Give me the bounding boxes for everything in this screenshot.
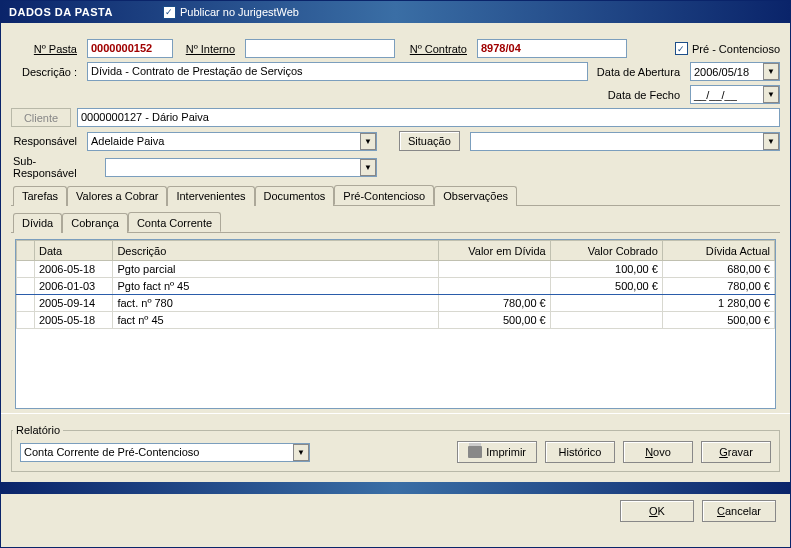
pre-contencioso-label: Pré - Contencioso [692, 43, 780, 55]
data-fecho-value: __/__/__ [694, 89, 737, 101]
situacao-button[interactable]: Situação [399, 131, 460, 151]
cliente-input[interactable]: 0000000127 - Dário Paiva [77, 108, 780, 127]
n-contrato-input[interactable]: 8978/04 [477, 39, 627, 58]
historico-button[interactable]: Histórico [545, 441, 615, 463]
data-abertura-label: Data de Abertura [594, 66, 684, 78]
responsavel-label: Responsável [11, 135, 81, 147]
novo-button[interactable]: Novo [623, 441, 693, 463]
subtab-cobran-a[interactable]: Cobrança [62, 213, 128, 233]
chevron-down-icon[interactable]: ▼ [763, 86, 779, 103]
n-pasta-label: Nº Pasta [11, 43, 81, 55]
tab-intervenientes[interactable]: Intervenientes [167, 186, 254, 206]
table-row[interactable]: 2005-09-14fact. nº 780780,00 €1 280,00 € [17, 295, 775, 312]
data-fecho-label: Data de Fecho [594, 89, 684, 101]
data-abertura-input[interactable]: 2006/05/18 ▼ [690, 62, 780, 81]
footer: OK Cancelar [1, 494, 790, 530]
sub-tabs: DívidaCobrançaConta Corrente [11, 212, 780, 233]
check-icon: ✓ [163, 6, 176, 19]
descricao-label: Descrição : [11, 66, 81, 78]
responsavel-value: Adelaide Paiva [91, 135, 164, 147]
separator-bar [1, 482, 790, 494]
subtab-conta-corrente[interactable]: Conta Corrente [128, 212, 221, 232]
window-title: DADOS DA PASTA [9, 6, 113, 18]
table-row[interactable]: 2006-05-18Pgto parcial100,00 €680,00 € [17, 261, 775, 278]
data-abertura-value: 2006/05/18 [694, 66, 749, 78]
tab-pr-contencioso[interactable]: Pré-Contencioso [334, 185, 434, 205]
conta-corrente-table: DataDescriçãoValor em DívidaValor Cobrad… [15, 239, 776, 409]
cancelar-button[interactable]: Cancelar [702, 500, 776, 522]
relatorio-select[interactable]: Conta Corrente de Pré-Contencioso ▼ [20, 443, 310, 462]
gravar-button[interactable]: Gravar [701, 441, 771, 463]
col-descri-o[interactable]: Descrição [113, 241, 438, 261]
tab-valores-a-cobrar[interactable]: Valores a Cobrar [67, 186, 167, 206]
col-data[interactable]: Data [34, 241, 112, 261]
imprimir-button[interactable]: Imprimir [457, 441, 537, 463]
sub-responsavel-select[interactable]: ▼ [105, 158, 377, 177]
n-contrato-label: Nº Contrato [401, 43, 471, 55]
relatorio-label: Relatório [13, 424, 63, 436]
tab-tarefas[interactable]: Tarefas [13, 186, 67, 206]
n-interno-input[interactable] [245, 39, 395, 58]
descricao-input[interactable]: Dívida - Contrato de Prestação de Serviç… [87, 62, 588, 81]
dados-pasta-window: DADOS DA PASTA ✓ Publicar no JurigestWeb… [0, 0, 791, 548]
chevron-down-icon[interactable]: ▼ [763, 63, 779, 80]
subtab-d-vida[interactable]: Dívida [13, 213, 62, 233]
col-d-vida-actual[interactable]: Dívida Actual [662, 241, 774, 261]
pre-contencioso-checkbox[interactable]: ✓ Pré - Contencioso [675, 42, 780, 55]
main-tabs: TarefasValores a CobrarIntervenientesDoc… [11, 185, 780, 206]
publicar-label: Publicar no JurigestWeb [180, 6, 299, 18]
chevron-down-icon[interactable]: ▼ [293, 444, 309, 461]
titlebar: DADOS DA PASTA ✓ Publicar no JurigestWeb [1, 1, 790, 23]
data-fecho-input[interactable]: __/__/__ ▼ [690, 85, 780, 104]
sub-responsavel-label: Sub-Responsável [11, 155, 99, 179]
n-interno-label: Nº Interno [179, 43, 239, 55]
ok-button[interactable]: OK [620, 500, 694, 522]
chevron-down-icon[interactable]: ▼ [360, 133, 376, 150]
relatorio-value: Conta Corrente de Pré-Contencioso [24, 446, 199, 458]
table-row[interactable]: 2006-01-03Pgto fact nº 45500,00 €780,00 … [17, 278, 775, 295]
publicar-checkbox[interactable]: ✓ Publicar no JurigestWeb [163, 6, 299, 19]
cliente-button-disabled: Cliente [11, 108, 71, 127]
printer-icon [468, 446, 482, 458]
bottom-section: Relatório Conta Corrente de Pré-Contenci… [1, 413, 790, 482]
col-valor-em-d-vida[interactable]: Valor em Dívida [438, 241, 550, 261]
form-area: Nº Pasta 0000000152 Nº Interno Nº Contra… [1, 23, 790, 413]
table-row[interactable]: 2005-05-18fact nº 45500,00 €500,00 € [17, 312, 775, 329]
tab-observa-es[interactable]: Observações [434, 186, 517, 206]
chevron-down-icon[interactable]: ▼ [360, 159, 376, 176]
check-icon: ✓ [675, 42, 688, 55]
responsavel-select[interactable]: Adelaide Paiva ▼ [87, 132, 377, 151]
chevron-down-icon[interactable]: ▼ [763, 133, 779, 150]
col-valor-cobrado[interactable]: Valor Cobrado [550, 241, 662, 261]
n-pasta-input[interactable]: 0000000152 [87, 39, 173, 58]
tab-documentos[interactable]: Documentos [255, 186, 335, 206]
situacao-select[interactable]: ▼ [470, 132, 780, 151]
